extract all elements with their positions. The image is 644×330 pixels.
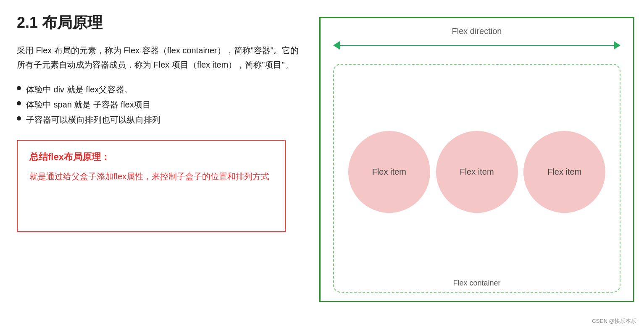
left-panel: 2.1 布局原理 采用 Flex 布局的元素，称为 Flex 容器（flex c…	[17, 13, 302, 322]
flex-direction-label: Flex direction	[333, 26, 620, 36]
bullet-text-1: 体验中 div 就是 flex父容器。	[26, 82, 132, 97]
flex-container-label: Flex container	[453, 279, 500, 288]
page-container: 2.1 布局原理 采用 Flex 布局的元素，称为 Flex 容器（flex c…	[0, 0, 644, 330]
flex-item-1: Flex item	[348, 131, 430, 213]
bullet-text-2: 体验中 span 就是 子容器 flex项目	[26, 97, 151, 112]
bullet-item-1: 体验中 div 就是 flex父容器。	[17, 82, 302, 97]
bullet-item-2: 体验中 span 就是 子容器 flex项目	[17, 97, 302, 112]
summary-title: 总结flex布局原理：	[29, 151, 273, 163]
arrow-line	[340, 45, 614, 46]
bullet-text-3: 子容器可以横向排列也可以纵向排列	[26, 112, 160, 127]
bullet-list: 体验中 div 就是 flex父容器。 体验中 span 就是 子容器 flex…	[17, 82, 302, 127]
arrow-left-icon	[333, 41, 340, 50]
summary-box: 总结flex布局原理： 就是通过给父盒子添加flex属性，来控制子盒子的位置和排…	[17, 140, 286, 232]
arrow-row	[333, 39, 620, 51]
description-text: 采用 Flex 布局的元素，称为 Flex 容器（flex container）…	[17, 43, 302, 72]
right-panel: Flex direction Flex item Flex item Flex …	[319, 13, 634, 322]
watermark: CSDN @快乐本乐	[592, 317, 636, 325]
summary-text: 就是通过给父盒子添加flex属性，来控制子盒子的位置和排列方式	[29, 169, 273, 184]
bullet-dot-2	[17, 101, 21, 105]
arrow-right-icon	[614, 41, 620, 50]
bullet-item-3: 子容器可以横向排列也可以纵向排列	[17, 112, 302, 127]
flex-container-box: Flex item Flex item Flex item Flex conta…	[333, 64, 620, 293]
flex-item-3: Flex item	[523, 131, 605, 213]
flex-item-2: Flex item	[436, 131, 518, 213]
page-title: 2.1 布局原理	[17, 13, 302, 33]
bullet-dot-1	[17, 86, 21, 90]
diagram-container: Flex direction Flex item Flex item Flex …	[319, 17, 634, 302]
bullet-dot-3	[17, 116, 21, 120]
